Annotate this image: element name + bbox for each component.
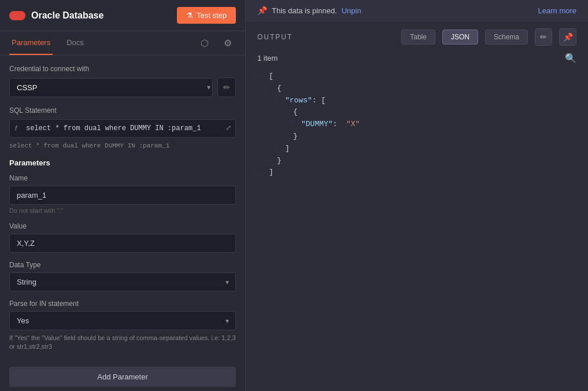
item-count-text: 1 item (257, 54, 278, 62)
cube-icon: ⬡ (201, 38, 209, 49)
json-output: · [ · { · "rows" : [ · { · "DUMMY" : "X"… (246, 68, 588, 391)
json-line: · [ (257, 71, 576, 83)
learn-more-link[interactable]: Learn more (538, 6, 576, 15)
value-group: Value (9, 222, 236, 253)
name-group: Name Do not start with ":" (9, 174, 236, 214)
gear-icon: ⚙ (224, 38, 232, 49)
sql-editor-wrapper: f ⤢ (9, 119, 236, 138)
pin-active-icon: 📌 (563, 32, 573, 42)
data-type-wrapper: String Number Date ▾ (9, 272, 236, 292)
add-parameter-button[interactable]: Add Parameter (9, 367, 236, 387)
sql-label: SQL Statement (9, 106, 236, 115)
credential-wrapper: CSSP ▾ ✏ (9, 78, 236, 97)
name-hint: Do not start with ":" (9, 207, 236, 214)
sql-preview: select * from dual where DUMMY IN :param… (9, 142, 236, 149)
view-schema-button[interactable]: Schema (485, 29, 528, 45)
value-input[interactable] (9, 234, 236, 253)
json-line: · } (257, 155, 576, 167)
test-step-button[interactable]: ⚗ Test step (177, 7, 236, 24)
sql-function-icon: f (15, 124, 17, 132)
value-label: Value (9, 222, 236, 230)
view-table-button[interactable]: Table (401, 29, 435, 45)
tab-docs[interactable]: Docs (64, 31, 86, 55)
pinned-bar: 📌 This data is pinned. Unpin Learn more (246, 0, 588, 21)
app-title: Oracle Database (31, 10, 103, 21)
output-title: OUTPUT (257, 33, 394, 41)
flask-icon: ⚗ (186, 11, 193, 20)
pinned-text: This data is pinned. (272, 6, 337, 15)
params-section-title: Parameters (9, 158, 236, 167)
search-output-icon[interactable]: 🔍 (565, 53, 576, 64)
output-header: OUTPUT Table JSON Schema ✏ 📌 (246, 21, 588, 53)
credential-select[interactable]: CSSP (9, 78, 213, 97)
json-line: · { (257, 83, 576, 95)
header: Oracle Database ⚗ Test step (0, 0, 245, 31)
json-line: · "rows" : [ (257, 95, 576, 107)
tab-parameters[interactable]: Parameters (9, 31, 53, 55)
view-json-button[interactable]: JSON (442, 29, 478, 45)
pencil-icon: ✏ (223, 83, 230, 92)
name-label: Name (9, 174, 236, 182)
settings-icon-btn[interactable]: ⚙ (220, 35, 236, 51)
parse-hint: If "Yes" the "Value" field should be a s… (9, 334, 236, 352)
parse-select[interactable]: Yes No (9, 311, 236, 330)
oracle-logo-icon (9, 9, 25, 22)
unpin-link[interactable]: Unpin (342, 6, 361, 15)
sql-input[interactable] (9, 119, 236, 138)
json-line: · ] (257, 167, 576, 179)
credential-label: Credential to connect with (9, 65, 236, 73)
parse-wrapper: Yes No ▾ (9, 311, 236, 330)
svg-rect-0 (9, 11, 25, 20)
json-line: · } (257, 131, 576, 143)
left-panel: Oracle Database ⚗ Test step Parameters D… (0, 0, 246, 391)
sql-expand-icon[interactable]: ⤢ (225, 124, 231, 132)
panel-content: Credential to connect with CSSP ▾ ✏ SQL … (0, 56, 245, 391)
edit-output-button[interactable]: ✏ (535, 28, 552, 46)
data-type-label: Data Type (9, 261, 236, 269)
right-panel: 📌 This data is pinned. Unpin Learn more … (246, 0, 588, 391)
json-line: · { (257, 106, 576, 119)
tabs-row: Parameters Docs ⬡ ⚙ (0, 31, 245, 56)
json-line: · ] (257, 143, 576, 155)
data-type-select[interactable]: String Number Date (9, 272, 236, 292)
name-input[interactable] (9, 186, 236, 205)
tabs-icons: ⬡ ⚙ (197, 35, 236, 51)
item-count-row: 1 item 🔍 (246, 53, 588, 68)
pin-icon: 📌 (257, 6, 267, 15)
data-type-group: Data Type String Number Date ▾ (9, 261, 236, 292)
parse-group: Parse for IN statement Yes No ▾ If "Yes"… (9, 300, 236, 352)
credential-edit-button[interactable]: ✏ (217, 78, 236, 97)
header-left: Oracle Database (9, 9, 103, 22)
json-line: · "DUMMY" : "X" (257, 119, 576, 131)
pencil-output-icon: ✏ (540, 32, 547, 42)
parse-label: Parse for IN statement (9, 300, 236, 308)
cube-icon-btn[interactable]: ⬡ (197, 35, 213, 51)
pin-output-button[interactable]: 📌 (559, 28, 576, 46)
